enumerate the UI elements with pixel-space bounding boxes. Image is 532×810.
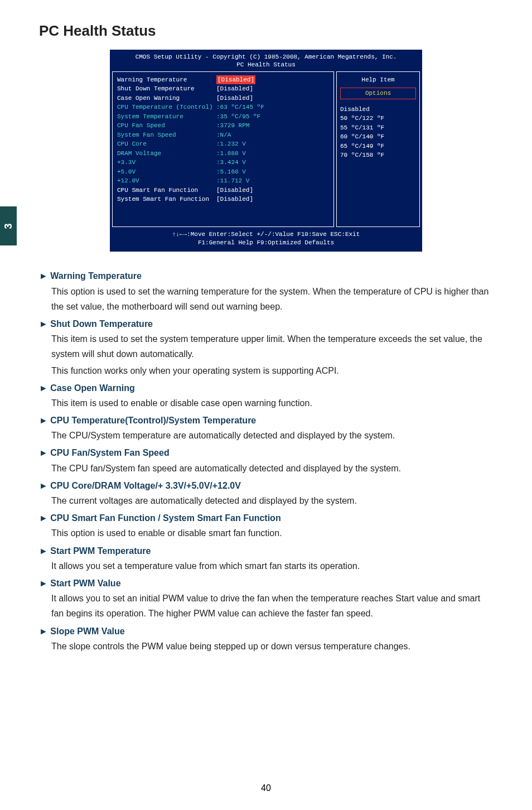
section-body: It allows you to set an initial PWM valu…: [51, 591, 493, 621]
bios-row: Warning Temperature[Disabled]: [117, 75, 329, 85]
bios-row-value: :63 ºC/145 ºF: [216, 103, 264, 112]
bios-row: Case Open Warning[Disabled]: [117, 94, 329, 103]
bios-row-value: :1.232 V: [216, 139, 246, 149]
bios-row: System Fan Speed:N/A: [117, 131, 329, 140]
bios-row-value: :1.888 V: [216, 149, 246, 158]
bios-option-value: 60 ºC/140 ºF: [340, 132, 416, 142]
section-body: This function works only when your opera…: [51, 363, 493, 378]
bios-footer-line1: ↑↓←→:Move Enter:Select +/-/:Value F10:Sa…: [114, 230, 418, 239]
section-body: The CPU fan/System fan speed are automat…: [51, 461, 493, 476]
bios-row: +5.0V:5.160 V: [117, 167, 329, 177]
section-body: The current voltages are automatically d…: [51, 493, 493, 508]
bios-row-label: System Fan Speed: [117, 131, 216, 140]
section-heading: ► Start PWM Value: [39, 576, 493, 591]
bios-row-value: :11.712 V: [216, 176, 249, 186]
bios-row: Shut Down Temperature[Disabled]: [117, 84, 329, 94]
section-heading: ► Warning Temperature: [39, 268, 493, 283]
side-tab-label: 3: [2, 223, 14, 229]
bios-row: CPU Core:1.232 V: [117, 139, 329, 149]
bios-row: CPU Smart Fan Function[Disabled]: [117, 186, 329, 195]
bios-row-value: [Disabled]: [216, 75, 255, 85]
bios-row-label: +5.0V: [117, 167, 216, 177]
section-heading: ► Start PWM Temperature: [39, 543, 493, 558]
bios-row: +3.3V:3.424 V: [117, 158, 329, 167]
section-heading: ► CPU Fan/System Fan Speed: [39, 445, 493, 460]
bios-option-value: 55 ºC/131 ºF: [340, 123, 416, 133]
bios-row-value: [Disabled]: [216, 195, 253, 204]
bios-row-value: :N/A: [216, 131, 231, 140]
bios-row-label: Warning Temperature: [117, 75, 216, 85]
bios-row-value: [Disabled]: [216, 94, 253, 103]
section-heading: ► Slope PWM Value: [39, 624, 493, 639]
page-number: 40: [0, 783, 532, 793]
bios-header: CMOS Setup Utility - Copyright (C) 1985-…: [111, 51, 421, 70]
bios-row: +12.0V:11.712 V: [117, 176, 329, 186]
bios-row-label: Shut Down Temperature: [117, 84, 216, 94]
bios-row-label: +3.3V: [117, 158, 216, 167]
bios-row-value: :3.424 V: [216, 158, 246, 167]
section-heading: ► CPU Smart Fan Function / System Smart …: [39, 510, 493, 525]
section-heading: ► CPU Core/DRAM Voltage/+ 3.3V/+5.0V/+12…: [39, 478, 493, 493]
section-body: This item is used to enable or disable c…: [51, 396, 493, 411]
bios-options-box: Options: [340, 88, 416, 99]
section-body: The CPU/System temperature are automatic…: [51, 428, 493, 443]
bios-right-panel: Help Item Options Disabled50 ºC/122 ºF55…: [336, 71, 420, 227]
bios-row-label: CPU Core: [117, 139, 216, 149]
bios-row-label: DRAM Voltage: [117, 149, 216, 158]
bios-option-value: 70 ºC/158 ºF: [340, 151, 416, 160]
bios-row: System Temperature:35 ºC/95 ºF: [117, 112, 329, 122]
page-title: PC Health Status: [39, 22, 493, 40]
section-heading: ► Case Open Warning: [39, 380, 493, 396]
section-body: This option is used to enable or disable…: [51, 525, 493, 541]
bios-row-label: System Smart Fan Function: [117, 195, 216, 204]
bios-row: DRAM Voltage:1.888 V: [117, 149, 329, 158]
section-body: This option is used to set the warning t…: [51, 284, 493, 314]
bios-row: CPU Temperature (Tcontrol):63 ºC/145 ºF: [117, 103, 329, 112]
section-heading: ► CPU Temperature(Tcontrol)/System Tempe…: [39, 413, 493, 428]
bios-row: System Smart Fan Function[Disabled]: [117, 195, 329, 204]
bios-screenshot: CMOS Setup Utility - Copyright (C) 1985-…: [110, 50, 422, 252]
bios-header-line1: CMOS Setup Utility - Copyright (C) 1985-…: [114, 53, 418, 61]
bios-option-value: 50 ºC/122 ºF: [340, 114, 416, 123]
bios-help-item: Help Item: [340, 75, 416, 85]
bios-footer-line2: F1:General Help F9:Optimized Defaults: [114, 239, 418, 247]
bios-row-label: System Temperature: [117, 112, 216, 122]
section-body: This item is used to set the system temp…: [51, 331, 493, 361]
bios-row-label: +12.0V: [117, 176, 216, 186]
section-body: The slope controls the PWM value being s…: [51, 639, 493, 654]
section-body: It allows you set a temperature value fr…: [51, 558, 493, 573]
bios-row-label: Case Open Warning: [117, 94, 216, 103]
bios-row-label: CPU Temperature (Tcontrol): [117, 103, 216, 112]
bios-row-value: [Disabled]: [216, 186, 253, 195]
bios-row-value: [Disabled]: [216, 84, 253, 94]
bios-option-value: Disabled: [340, 105, 416, 114]
bios-left-panel: Warning Temperature[Disabled]Shut Down T…: [112, 71, 334, 227]
bios-row-label: CPU Fan Speed: [117, 121, 216, 131]
bios-header-line2: PC Health Status: [114, 61, 418, 69]
section-heading: ► Shut Down Temperature: [39, 316, 493, 331]
side-tab: 3: [0, 206, 17, 245]
bios-option-value: 65 ºC/149 ºF: [340, 142, 416, 151]
bios-row: CPU Fan Speed:3729 RPM: [117, 121, 329, 131]
bios-footer: ↑↓←→:Move Enter:Select +/-/:Value F10:Sa…: [111, 228, 421, 251]
bios-row-value: :3729 RPM: [216, 121, 249, 131]
bios-row-value: :35 ºC/95 ºF: [216, 112, 260, 122]
bios-row-value: :5.160 V: [216, 167, 246, 177]
bios-row-label: CPU Smart Fan Function: [117, 186, 216, 195]
